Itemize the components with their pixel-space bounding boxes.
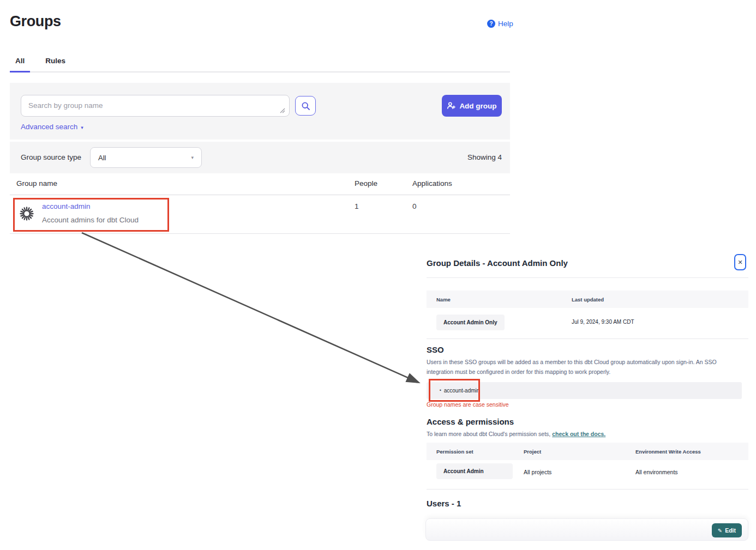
page-title: Groups: [10, 13, 61, 30]
advanced-search-toggle[interactable]: Advanced search ▾: [21, 123, 83, 131]
edit-button[interactable]: ✎ Edit: [712, 523, 742, 537]
access-permissions-heading: Access & permissions: [427, 417, 514, 426]
name-table-header: Name Last updated: [427, 291, 748, 308]
group-name-chip: Account Admin Only: [436, 315, 505, 330]
caret-down-icon: ▾: [191, 155, 194, 160]
divider: [427, 489, 748, 489]
column-people: People: [355, 179, 377, 188]
docs-intro: To learn more about dbt Cloud's permissi…: [427, 431, 552, 437]
pencil-icon: ✎: [718, 528, 722, 534]
help-label: Help: [498, 20, 513, 28]
sso-heading: SSO: [427, 345, 444, 354]
help-link[interactable]: ? Help: [487, 20, 513, 28]
group-source-type-label: Group source type: [21, 153, 81, 161]
advanced-search-label: Advanced search: [21, 123, 77, 131]
caret-down-icon: ▾: [81, 125, 83, 130]
project-value: All projects: [524, 469, 551, 475]
column-applications: Applications: [412, 179, 452, 188]
group-name-link[interactable]: account-admin: [42, 202, 91, 210]
group-sunburst-icon: [19, 206, 34, 221]
column-group-name: Group name: [16, 179, 57, 188]
sso-description: Users in these SSO groups will be added …: [427, 358, 743, 377]
showing-count: Showing 4: [467, 153, 502, 161]
tab-all[interactable]: All: [10, 53, 30, 72]
group-description: Account admins for dbt Cloud: [42, 216, 139, 224]
column-project: Project: [524, 449, 541, 455]
environment-value: All environments: [635, 469, 678, 475]
tab-rules[interactable]: Rules: [40, 53, 71, 72]
docs-sentence: To learn more about dbt Cloud's permissi…: [427, 431, 605, 437]
sso-group-tag-label: account-admin: [444, 388, 480, 394]
bullet-icon: •: [439, 388, 442, 393]
users-heading: Users - 1: [427, 499, 461, 508]
close-icon: ✕: [737, 259, 742, 266]
close-button[interactable]: ✕: [734, 254, 746, 270]
filter-bar: Group source type All ▾ Showing 4: [10, 142, 510, 173]
last-updated-value: Jul 9, 2024, 9:30 AM CDT: [572, 319, 634, 325]
help-question-icon: ?: [487, 20, 495, 28]
divider: [427, 339, 748, 339]
group-source-type-value: All: [98, 154, 106, 162]
search-panel: Add group Advanced search ▾: [10, 83, 510, 140]
divider: [427, 277, 748, 278]
tab-bar: All Rules: [10, 53, 510, 72]
group-details-title: Group Details - Account Admin Only: [427, 258, 568, 268]
sso-group-tag-bar: • account-admin: [427, 382, 742, 399]
search-button[interactable]: [295, 96, 316, 116]
permissions-table-header: Permission set Project Environment Write…: [427, 443, 748, 460]
permission-set-chip: Account Admin: [436, 463, 513, 479]
sso-group-tag[interactable]: • account-admin: [439, 388, 479, 394]
search-icon: [301, 101, 310, 111]
docs-link[interactable]: check out the docs.: [552, 431, 605, 437]
add-group-label: Add group: [459, 102, 496, 110]
case-sensitive-warning: Group names are case sensitive: [427, 401, 509, 408]
add-user-icon: [447, 101, 455, 110]
group-source-type-select[interactable]: All ▾: [90, 147, 202, 168]
column-permission-set: Permission set: [436, 449, 473, 455]
column-last-updated: Last updated: [572, 297, 604, 303]
edit-label: Edit: [725, 527, 736, 534]
table-row[interactable]: account-admin Account admins for dbt Clo…: [10, 195, 510, 234]
group-applications-count: 0: [412, 202, 417, 210]
column-environment-write-access: Environment Write Access: [635, 449, 701, 455]
group-people-count: 1: [355, 202, 359, 210]
panel-footer: ✎ Edit: [425, 518, 748, 541]
search-input[interactable]: [21, 95, 290, 117]
column-name: Name: [436, 297, 451, 303]
add-group-button[interactable]: Add group: [442, 95, 502, 117]
groups-table-header: Group name People Applications: [10, 173, 510, 195]
